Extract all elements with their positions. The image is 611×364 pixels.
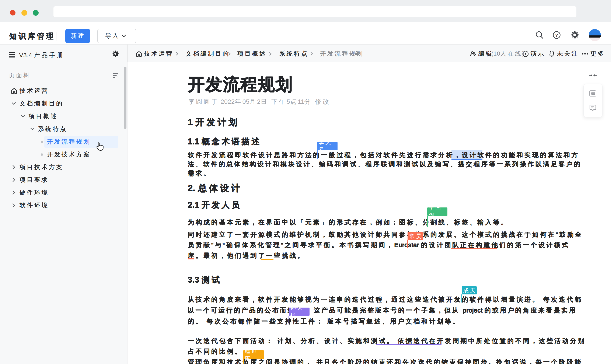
svg-text:?: ? <box>555 33 558 38</box>
